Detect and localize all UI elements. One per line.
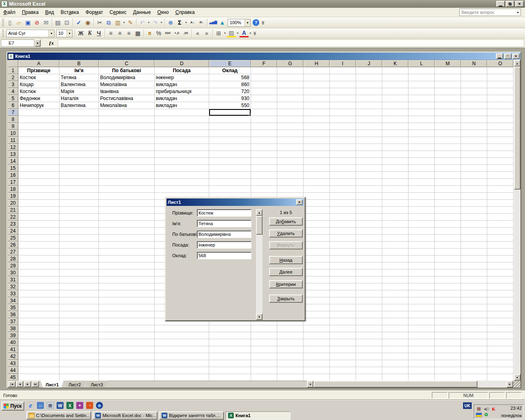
cell-H33[interactable] <box>304 290 330 297</box>
cell-M34[interactable] <box>435 297 461 304</box>
cell-J21[interactable] <box>356 207 382 214</box>
chevron-down-icon[interactable]: ▾ <box>66 30 72 37</box>
cell-J43[interactable] <box>356 360 382 367</box>
cell-L16[interactable] <box>409 172 435 179</box>
cell-K5[interactable] <box>382 95 409 102</box>
cell-C26[interactable] <box>99 242 155 249</box>
cell-K45[interactable] <box>382 374 409 381</box>
cell-K24[interactable] <box>382 228 409 235</box>
row-header-23[interactable]: 23 <box>8 221 18 228</box>
cell-N9[interactable] <box>461 123 487 130</box>
cell-D12[interactable] <box>155 144 209 151</box>
row-header-21[interactable]: 21 <box>8 207 18 214</box>
cell-G38[interactable] <box>277 325 304 332</box>
menu-tools[interactable]: Сервис <box>106 8 130 17</box>
cell-H6[interactable] <box>304 102 330 109</box>
cell-F15[interactable] <box>251 165 277 172</box>
cell-G2[interactable] <box>277 74 304 81</box>
menu-view[interactable]: Вид <box>42 8 57 17</box>
cell-D11[interactable] <box>155 137 209 144</box>
cell-C17[interactable] <box>99 179 155 186</box>
cell-H15[interactable] <box>304 165 330 172</box>
cell-I15[interactable] <box>330 165 356 172</box>
cell-K27[interactable] <box>382 249 409 256</box>
row-header-30[interactable]: 30 <box>8 269 18 276</box>
cell-K28[interactable] <box>382 256 409 262</box>
cell-O8[interactable] <box>487 116 514 123</box>
cell-G9[interactable] <box>277 123 304 130</box>
cell-M32[interactable] <box>435 283 461 290</box>
cell-L45[interactable] <box>409 374 435 381</box>
cell-L33[interactable] <box>409 290 435 297</box>
cell-C39[interactable] <box>99 332 155 339</box>
media-player-icon[interactable]: ◉ <box>96 402 103 409</box>
minimize-button[interactable]: ▁ <box>496 1 505 7</box>
ukraine-flag-icon[interactable] <box>476 413 482 417</box>
chevron-down-icon[interactable]: ▾ <box>244 19 250 26</box>
cell-G1[interactable] <box>277 67 304 74</box>
cell-H16[interactable] <box>304 172 330 179</box>
undo-icon[interactable]: ↶ <box>138 18 147 27</box>
align-left-icon[interactable]: ≡ <box>106 29 115 38</box>
cell-L32[interactable] <box>409 283 435 290</box>
cell-M25[interactable] <box>435 235 461 242</box>
row-header-39[interactable]: 39 <box>8 332 18 339</box>
cell-D39[interactable] <box>155 332 209 339</box>
close-button[interactable]: × <box>515 1 524 7</box>
bold-icon[interactable]: Ж <box>76 29 85 38</box>
cell-N42[interactable] <box>461 353 487 360</box>
currency-icon[interactable]: ¤ <box>145 29 154 38</box>
cell-O1[interactable] <box>487 67 514 74</box>
cell-B26[interactable] <box>59 242 99 249</box>
row-header-13[interactable]: 13 <box>8 151 18 158</box>
cell-K32[interactable] <box>382 283 409 290</box>
cell-J3[interactable] <box>356 81 382 88</box>
cell-A31[interactable] <box>18 276 59 283</box>
cell-I42[interactable] <box>330 353 356 360</box>
chevron-down-icon[interactable]: ▾ <box>122 18 126 27</box>
chevron-down-icon[interactable]: ▾ <box>48 30 54 37</box>
cell-G15[interactable] <box>277 165 304 172</box>
cell-L28[interactable] <box>409 256 435 262</box>
cell-N11[interactable] <box>461 137 487 144</box>
cell-L3[interactable] <box>409 81 435 88</box>
cell-K36[interactable] <box>382 311 409 318</box>
chevron-down-icon[interactable]: ▾ <box>223 29 227 38</box>
cell-K29[interactable] <box>382 262 409 269</box>
cell-N30[interactable] <box>461 269 487 276</box>
dialog-scroll-thumb[interactable] <box>256 216 262 235</box>
delete-button[interactable]: Удалить <box>269 229 303 237</box>
cell-G11[interactable] <box>277 137 304 144</box>
row-header-20[interactable]: 20 <box>8 200 18 207</box>
row-header-4[interactable]: 4 <box>8 88 18 95</box>
cell-N10[interactable] <box>461 130 487 137</box>
column-header-K[interactable]: K <box>382 60 409 67</box>
decrease-decimal-icon[interactable]: ,00 <box>181 29 190 38</box>
row-header-40[interactable]: 40 <box>8 339 18 346</box>
horizontal-scroll-track[interactable] <box>477 381 507 388</box>
cell-K35[interactable] <box>382 304 409 311</box>
cell-A30[interactable] <box>18 269 59 276</box>
cell-N40[interactable] <box>461 339 487 346</box>
cell-I1[interactable] <box>330 67 356 74</box>
cell-A2[interactable]: Костюк <box>18 74 59 81</box>
cell-O33[interactable] <box>487 290 514 297</box>
cell-E5[interactable]: 930 <box>209 95 251 102</box>
cell-L9[interactable] <box>409 123 435 130</box>
cell-J15[interactable] <box>356 165 382 172</box>
cell-L20[interactable] <box>409 200 435 207</box>
column-header-H[interactable]: H <box>304 60 330 67</box>
cell-H41[interactable] <box>304 346 330 353</box>
tab-scroll-button-0[interactable]: |◄ <box>8 381 16 387</box>
cell-O25[interactable] <box>487 235 514 242</box>
percent-icon[interactable]: % <box>154 29 163 38</box>
task-word-doc-2[interactable]: WВідкрите заняття табл.... <box>159 411 224 420</box>
cell-C1[interactable]: По батькові <box>99 67 155 74</box>
cell-H14[interactable] <box>304 158 330 165</box>
resize-grip[interactable] <box>513 381 520 388</box>
menu-data[interactable]: Данные <box>130 8 154 17</box>
cell-D13[interactable] <box>155 151 209 158</box>
cell-I37[interactable] <box>330 318 356 325</box>
cell-C36[interactable] <box>99 311 155 318</box>
cell-B17[interactable] <box>59 179 99 186</box>
